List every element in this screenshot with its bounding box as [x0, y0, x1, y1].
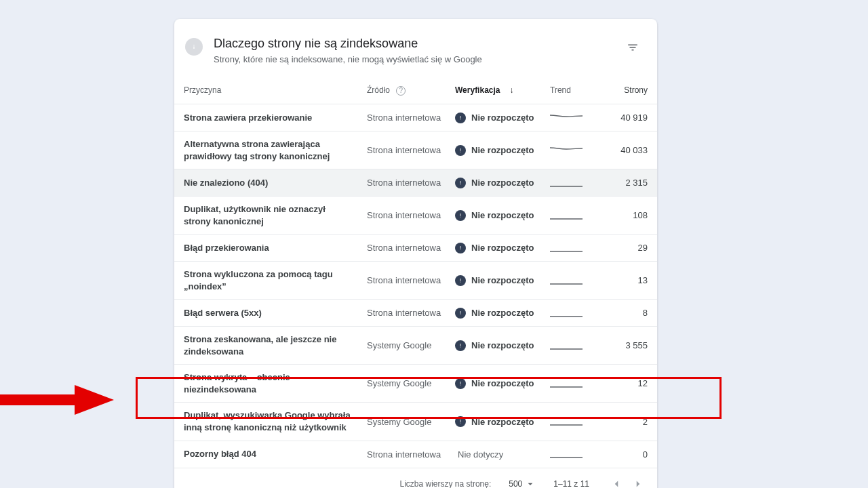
source-cell: Strona internetowa	[367, 243, 455, 253]
table-row[interactable]: Strona wykluczona za pomocą tagu „noinde…	[174, 261, 657, 299]
pages-cell: 13	[591, 275, 648, 285]
col-verify-header[interactable]: Weryfikacja ↓	[455, 85, 550, 95]
pages-cell: 29	[591, 243, 648, 253]
reason-cell: Nie znaleziono (404)	[184, 177, 367, 189]
status-not-started: Nie rozpoczęto	[455, 378, 550, 389]
table-row[interactable]: Duplikat, wyszukiwarka Google wybrała in…	[174, 402, 657, 440]
status-not-started-icon	[455, 113, 466, 123]
table-header: Przyczyna Źródło ? Weryfikacja ↓ Trend S…	[174, 77, 657, 104]
reason-cell: Alternatywna strona zawierająca prawidło…	[184, 138, 367, 162]
status-not-started: Nie rozpoczęto	[455, 340, 550, 351]
status-not-started: Nie rozpoczęto	[455, 243, 550, 253]
source-cell: Systemy Google	[367, 340, 455, 350]
status-not-started-icon	[455, 416, 466, 427]
pages-cell: 0	[591, 449, 648, 460]
col-trend-header[interactable]: Trend	[550, 85, 591, 95]
source-cell: Strona internetowa	[367, 178, 455, 188]
col-pages-header[interactable]: Strony	[591, 85, 648, 95]
prev-page-button[interactable]	[607, 474, 626, 488]
status-not-started: Nie rozpoczęto	[455, 113, 550, 123]
table-row[interactable]: Strona zeskanowana, ale jeszcze nie zind…	[174, 326, 657, 364]
source-cell: Strona internetowa	[367, 210, 455, 220]
pages-cell: 12	[591, 378, 648, 388]
source-cell: Strona internetowa	[367, 145, 455, 155]
reason-cell: Błąd serwera (5xx)	[184, 307, 367, 319]
callout-arrow	[0, 380, 115, 420]
reason-cell: Pozorny błąd 404	[184, 448, 367, 460]
status-not-started-icon	[455, 178, 466, 188]
reason-cell: Strona zeskanowana, ale jeszcze nie zind…	[184, 333, 367, 357]
status-not-started-icon	[455, 378, 466, 389]
trend-cell	[550, 449, 591, 460]
rows-per-page-select[interactable]: 500	[509, 479, 536, 488]
trend-cell	[550, 308, 591, 319]
filter-button[interactable]	[625, 39, 641, 56]
table-row[interactable]: Nie znaleziono (404)Strona internetowaNi…	[174, 169, 657, 196]
pages-cell: 40 033	[591, 145, 648, 155]
table-row[interactable]: Błąd serwera (5xx)Strona internetowaNie …	[174, 299, 657, 326]
status-not-started: Nie rozpoczęto	[455, 275, 550, 286]
status-not-started: Nie rozpoczęto	[455, 178, 550, 188]
trend-cell	[550, 378, 591, 389]
table-row[interactable]: Pozorny błąd 404Strona internetowaNie do…	[174, 441, 657, 468]
status-not-started: Nie rozpoczęto	[455, 210, 550, 221]
trend-cell	[550, 210, 591, 221]
chevron-down-icon	[525, 479, 536, 488]
status-not-started: Nie rozpoczęto	[455, 145, 550, 156]
status-not-started: Nie rozpoczęto	[455, 308, 550, 319]
status-not-started-icon	[455, 145, 466, 156]
col-reason-header[interactable]: Przyczyna	[184, 85, 367, 95]
sort-descending-icon: ↓	[510, 85, 514, 95]
pages-cell: 40 919	[591, 113, 648, 123]
table-row[interactable]: Duplikat, użytkownik nie oznaczył strony…	[174, 196, 657, 234]
trend-cell	[550, 275, 591, 286]
status-not-started-icon	[455, 210, 466, 221]
rows-per-page-label: Liczba wierszy na stronę:	[400, 479, 492, 488]
info-icon	[185, 38, 203, 56]
pages-cell: 2 315	[591, 178, 648, 188]
reason-cell: Strona wykluczona za pomocą tagu „noinde…	[184, 268, 367, 292]
reason-cell: Strona wykryta – obecnie niezindeksowana	[184, 371, 367, 395]
pages-cell: 8	[591, 308, 648, 318]
card-header: Dlaczego strony nie są zindeksowane Stro…	[174, 19, 657, 77]
status-not-started-icon	[455, 308, 466, 319]
table-row[interactable]: Strona zawiera przekierowanieStrona inte…	[174, 104, 657, 131]
reason-cell: Strona zawiera przekierowanie	[184, 112, 367, 124]
indexing-reasons-card: Dlaczego strony nie są zindeksowane Stro…	[174, 19, 657, 488]
trend-cell	[550, 243, 591, 253]
source-cell: Strona internetowa	[367, 449, 455, 460]
status-not-started-icon	[455, 243, 466, 253]
pages-cell: 108	[591, 210, 648, 220]
col-source-header[interactable]: Źródło ?	[367, 85, 455, 96]
table-row[interactable]: Alternatywna strona zawierająca prawidło…	[174, 131, 657, 169]
reason-cell: Duplikat, użytkownik nie oznaczył strony…	[184, 203, 367, 227]
pages-cell: 3 555	[591, 340, 648, 350]
table-body: Strona zawiera przekierowanieStrona inte…	[174, 104, 657, 468]
source-cell: Systemy Google	[367, 378, 455, 388]
trend-cell	[550, 340, 591, 351]
source-cell: Strona internetowa	[367, 308, 455, 318]
svg-marker-9	[0, 385, 114, 415]
source-cell: Strona internetowa	[367, 113, 455, 123]
trend-cell	[550, 145, 591, 156]
trend-cell	[550, 113, 591, 123]
status-not-started-icon	[455, 275, 466, 286]
status-not-started: Nie rozpoczęto	[455, 416, 550, 427]
pagination-range: 1–11 z 11	[553, 479, 589, 488]
help-icon[interactable]: ?	[396, 86, 406, 96]
reason-cell: Błąd przekierowania	[184, 242, 367, 254]
source-cell: Strona internetowa	[367, 275, 455, 285]
table-row[interactable]: Błąd przekierowaniaStrona internetowaNie…	[174, 234, 657, 261]
trend-cell	[550, 178, 591, 188]
next-page-button[interactable]	[629, 474, 648, 488]
card-title: Dlaczego strony nie są zindeksowane	[214, 35, 625, 52]
table-footer: Liczba wierszy na stronę: 500 1–11 z 11	[174, 468, 657, 488]
reason-cell: Duplikat, wyszukiwarka Google wybrała in…	[184, 409, 367, 433]
table-row[interactable]: Strona wykryta – obecnie niezindeksowana…	[174, 364, 657, 402]
trend-cell	[550, 416, 591, 427]
source-cell: Systemy Google	[367, 417, 455, 427]
status-na: Nie dotyczy	[455, 449, 550, 460]
status-not-started-icon	[455, 340, 466, 351]
pages-cell: 2	[591, 417, 648, 427]
card-subtitle: Strony, które nie są indeksowane, nie mo…	[214, 54, 625, 64]
